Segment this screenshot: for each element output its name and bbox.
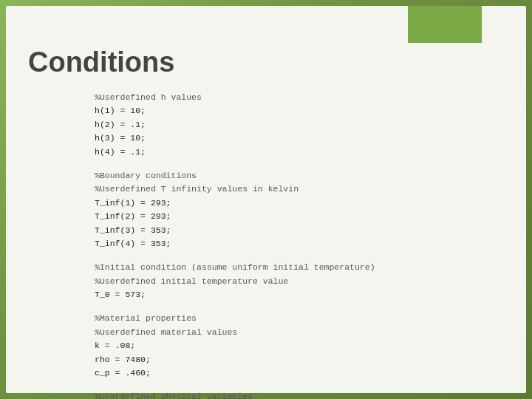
comment-line: %Boundary conditions [95, 169, 511, 183]
code-section-material: %Material properties %Userdefined materi… [95, 312, 511, 380]
page-title: Conditions [28, 47, 174, 78]
comment-line: %Material properties [95, 312, 511, 325]
code-line: T_inf(4) = 353; [95, 237, 511, 250]
comment-line: %Userdefined material values [95, 326, 511, 339]
comment-line: %Initial condition (assume uniform initi… [95, 261, 511, 274]
comment-line: %Userdefined physical variables [95, 390, 511, 399]
slide-content-area: Conditions %Userdefined h values h(1) = … [6, 6, 526, 393]
code-line: h(2) = .1; [95, 118, 511, 132]
code-line: h(3) = 10; [95, 132, 511, 145]
code-line: rho = 7480; [95, 353, 511, 366]
code-line: k = .08; [95, 339, 511, 352]
code-line: T_inf(3) = 353; [95, 224, 511, 237]
comment-line: %Userdefined T infinity values in kelvin [95, 183, 511, 196]
code-section-boundary: %Boundary conditions %Userdefined T infi… [95, 169, 511, 250]
code-line: h(4) = .1; [95, 146, 511, 159]
code-section-initial: %Initial condition (assume uniform initi… [95, 261, 511, 301]
code-line: T_0 = 573; [95, 288, 511, 301]
code-line: h(1) = 10; [95, 104, 511, 117]
decorative-box [408, 6, 482, 43]
comment-line: %Userdefined h values [95, 91, 511, 104]
code-line: T_inf(2) = 293; [95, 210, 511, 223]
code-line: T_inf(1) = 293; [95, 197, 511, 210]
code-section-h-values: %Userdefined h values h(1) = 10; h(2) = … [95, 91, 511, 159]
code-section-physical: %Userdefined physical variables a = 1; %… [95, 390, 511, 399]
code-line: c_p = .460; [95, 366, 511, 380]
code-block: %Userdefined h values h(1) = 10; h(2) = … [95, 91, 511, 399]
comment-line: %Userdefined initial temperature value [95, 275, 511, 288]
